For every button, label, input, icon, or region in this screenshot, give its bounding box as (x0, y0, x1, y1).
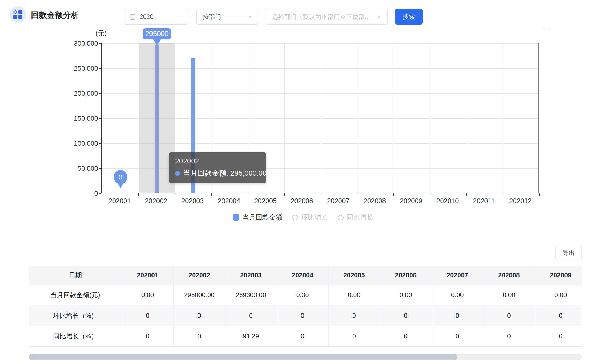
x-tick-label: 202012 (502, 197, 539, 205)
table-cell: 0.00 (277, 285, 328, 305)
x-tick-label: 202004 (211, 197, 247, 205)
table-header-cell: 202007 (432, 266, 483, 285)
plot-area: 202002 当月回款金额: 295,000.00 0295000 (101, 43, 539, 193)
x-axis-tick (393, 193, 394, 196)
export-button[interactable]: 导出 (555, 246, 582, 260)
table-cell: 269300.00 (225, 285, 277, 305)
tooltip-title: 202002 (175, 157, 260, 165)
table-cell: 0 (535, 326, 582, 346)
x-tick-label: 202008 (356, 197, 393, 205)
table-row: 当月回款金额(元)0.00295000.00269300.000.000.000… (29, 285, 582, 305)
table-cell: 0 (432, 326, 483, 346)
y-axis-tick (99, 168, 101, 169)
y-axis-tick (99, 68, 101, 69)
x-axis-tick (466, 193, 467, 196)
x-axis-tick (430, 193, 430, 196)
table-cell: 295000.00 (173, 285, 225, 305)
table-header-cell: 202003 (225, 266, 277, 285)
y-tick-label: 100,000 (46, 139, 98, 147)
table-cell: 0 (535, 305, 582, 326)
table-header-cell: 202005 (328, 266, 380, 285)
x-axis-tick (248, 193, 248, 196)
gridline (357, 43, 357, 193)
search-button[interactable]: 搜索 (395, 9, 423, 25)
year-picker[interactable]: 2020 (124, 9, 188, 25)
series-dot-icon (175, 171, 180, 176)
x-axis-tick (102, 193, 102, 196)
x-axis-tick (138, 193, 139, 196)
table-cell: 0 (173, 305, 225, 326)
y-tick-label: 50,000 (46, 164, 98, 172)
y-axis-tick (99, 93, 101, 94)
mark-point-max: 295000 (143, 28, 171, 46)
table-cell: 0 (380, 326, 432, 346)
table-cell: 0 (328, 326, 380, 346)
chevron-down-icon (377, 14, 381, 19)
x-tick-label: 202011 (466, 197, 502, 205)
data-table-wrap: 日期20200120200220200320200420200520200620… (29, 266, 582, 347)
mark-point-zero: 0 (114, 170, 127, 188)
horizontal-scrollbar-thumb[interactable] (29, 354, 457, 360)
table-row: 同比增长（%）0091.29000000 (29, 326, 582, 346)
legend-item-同比增长[interactable]: 同比增长 (338, 213, 373, 222)
gridline (284, 43, 285, 193)
calendar-icon (129, 13, 136, 20)
legend-circle-icon (292, 215, 298, 220)
y-tick-label: 250,000 (46, 64, 98, 72)
table-cell: 0 (277, 326, 328, 346)
row-label-cell: 同比增长（%） (29, 326, 122, 346)
page-title: 回款金额分析 (31, 10, 79, 21)
y-axis-tick (99, 193, 101, 194)
table-cell: 0.00 (122, 285, 173, 305)
table-cell: 0.00 (432, 285, 483, 305)
y-tick-label: 150,000 (46, 114, 98, 122)
year-value: 2020 (140, 13, 153, 20)
x-tick-label: 202002 (138, 197, 174, 205)
x-tick-label: 202009 (393, 197, 429, 205)
dimension-select[interactable]: 按部门 (196, 9, 258, 25)
data-table: 日期20200120200220200320200420200520200620… (29, 266, 582, 347)
mark-point-tail-icon (117, 182, 124, 188)
x-tick-label: 202010 (429, 197, 466, 205)
table-cell: 0 (483, 305, 535, 326)
chart-legend: 当月回款金额环比增长同比增长 (0, 213, 606, 222)
y-axis-tick (99, 118, 101, 119)
x-tick-label: 202006 (283, 197, 320, 205)
legend-label: 环比增长 (301, 213, 328, 222)
y-axis-tick (99, 43, 101, 44)
table-row: 环比增长（%）000000000 (29, 305, 582, 326)
horizontal-scrollbar-track[interactable] (29, 354, 582, 360)
legend-label: 同比增长 (347, 213, 373, 222)
mark-point-tail-icon (153, 39, 161, 46)
table-header-row: 日期20200120200220200320200420200520200620… (29, 266, 582, 285)
dashboard-grid-icon (13, 10, 22, 19)
collapse-dash-icon[interactable] (543, 29, 551, 29)
table-cell: 0 (483, 326, 535, 346)
x-axis-tick (539, 193, 540, 196)
row-label-cell: 当月回款金额(元) (29, 285, 122, 305)
gridline (467, 43, 467, 193)
legend-item-环比增长[interactable]: 环比增长 (292, 213, 328, 222)
table-cell: 0 (380, 305, 432, 326)
gridline (503, 43, 503, 193)
chevron-down-icon (248, 14, 252, 19)
y-tick-label: 0 (46, 189, 98, 197)
dimension-value: 按部门 (203, 13, 221, 21)
legend-item-当月回款金额[interactable]: 当月回款金额 (233, 213, 283, 222)
gridline (321, 43, 321, 193)
table-cell: 0 (225, 305, 277, 326)
x-axis-tick (284, 193, 285, 196)
table-cell: 0 (122, 305, 173, 326)
x-axis-tick (175, 193, 175, 196)
x-axis-tick (321, 193, 321, 196)
table-cell: 91.29 (225, 326, 277, 346)
table-cell: 0 (173, 326, 225, 346)
x-axis-tick (211, 193, 212, 196)
x-tick-label: 202005 (247, 197, 284, 205)
y-tick-label: 200,000 (46, 89, 98, 97)
department-select[interactable]: 选择部门（默认为本部门及下属部... (266, 9, 388, 25)
table-header-cell: 202006 (380, 266, 432, 285)
x-tick-label: 202001 (101, 197, 138, 205)
table-cell: 0 (122, 326, 173, 346)
mark-point-label: 295000 (143, 28, 171, 39)
